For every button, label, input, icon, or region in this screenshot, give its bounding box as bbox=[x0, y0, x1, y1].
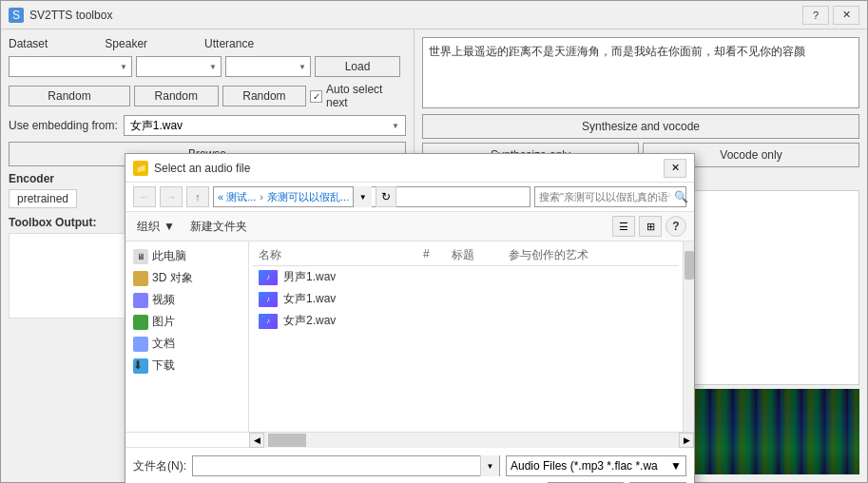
section-headers: Dataset Speaker Utterance bbox=[9, 37, 406, 50]
scroll-track-horizontal bbox=[264, 433, 679, 448]
tree-item-download[interactable]: ⬇ 下载 bbox=[129, 355, 244, 377]
dialog-icon: 📁 bbox=[133, 161, 148, 176]
auto-select-checkbox[interactable] bbox=[310, 90, 322, 103]
file-name-1: 男声1.wav bbox=[283, 269, 673, 285]
dialog-help-button[interactable]: ? bbox=[665, 216, 686, 237]
tree-label-dl: 下载 bbox=[152, 357, 175, 374]
embedding-dropdown[interactable]: 女声1.wav ▼ bbox=[124, 115, 406, 136]
up-button[interactable]: ↑ bbox=[186, 186, 209, 207]
auto-select-check[interactable]: Auto select next bbox=[310, 83, 406, 109]
col-name-header: 名称 bbox=[259, 247, 423, 263]
tree-label-img: 图片 bbox=[152, 314, 175, 330]
auto-select-label: Auto select next bbox=[326, 83, 406, 109]
folder-dl-icon: ⬇ bbox=[133, 358, 148, 374]
forward-button[interactable]: → bbox=[160, 186, 183, 207]
synthesize-and-vocode-button[interactable]: Synthesize and vocode bbox=[422, 114, 859, 139]
speaker-dropdown[interactable]: ▼ bbox=[136, 56, 222, 77]
pc-icon: 🖥 bbox=[133, 249, 148, 264]
title-bar-controls: ? ✕ bbox=[802, 6, 859, 25]
main-window: S SV2TTS toolbox ? ✕ Dataset Speaker Utt… bbox=[0, 0, 868, 483]
search-icon: 🔍 bbox=[674, 190, 688, 203]
pretrained-badge: pretrained bbox=[9, 189, 77, 208]
random-speaker-button[interactable]: Random bbox=[134, 86, 219, 106]
tree-label-vid: 视频 bbox=[152, 292, 175, 308]
utterance-label: Utterance bbox=[204, 37, 254, 50]
filename-label: 文件名(N): bbox=[133, 458, 186, 474]
file-item-3[interactable]: 女声2.wav bbox=[253, 310, 679, 332]
scroll-left-button[interactable]: ◀ bbox=[249, 433, 264, 448]
icon-view-button[interactable]: ⊞ bbox=[639, 216, 662, 237]
path-root[interactable]: « 测试... bbox=[218, 190, 256, 204]
col-hash-header: # bbox=[423, 247, 452, 263]
tree-item-3d[interactable]: 3D 对象 bbox=[129, 267, 244, 289]
tree-item-doc[interactable]: 文档 bbox=[129, 333, 244, 355]
tree-item-image[interactable]: 图片 bbox=[129, 311, 244, 333]
scroll-right-button[interactable]: ▶ bbox=[679, 433, 694, 448]
search-bar: 🔍 bbox=[534, 186, 686, 207]
dialog-toolbar: ← → ↑ « 测试... › 亲测可以以假乱... ▼ ↻ 🔍 bbox=[125, 183, 694, 212]
synth-row: Synthesize and vocode bbox=[422, 114, 859, 139]
col-title-header: 标题 bbox=[452, 247, 509, 263]
load-button[interactable]: Load bbox=[315, 56, 400, 77]
scroll-thumb bbox=[685, 251, 694, 280]
close-button[interactable]: ✕ bbox=[833, 6, 859, 25]
filename-input[interactable] bbox=[193, 459, 480, 473]
folder-doc-icon bbox=[133, 337, 148, 352]
utterance-dropdown[interactable]: ▼ bbox=[225, 56, 311, 77]
refresh-button[interactable]: ↻ bbox=[376, 186, 396, 207]
tree-item-pc[interactable]: 🖥 此电脑 bbox=[129, 245, 244, 267]
filename-row: 文件名(N): ▼ Audio Files (*.mp3 *.flac *.wa… bbox=[133, 455, 686, 476]
path-child[interactable]: 亲测可以以假乱... bbox=[267, 190, 349, 204]
filename-input-wrap: ▼ bbox=[192, 455, 500, 476]
tree-label-pc: 此电脑 bbox=[152, 248, 186, 264]
col-artist-header: 参与创作的艺术 bbox=[509, 247, 673, 263]
embedding-value: 女声1.wav bbox=[130, 118, 183, 134]
dropdowns-row: ▼ ▼ ▼ Load bbox=[9, 56, 406, 77]
file-item-1[interactable]: 男声1.wav bbox=[253, 266, 679, 288]
random-utterance-button[interactable]: Random bbox=[222, 86, 307, 106]
speaker-label: Speaker bbox=[105, 37, 147, 50]
organize-arrow: ▼ bbox=[164, 220, 175, 233]
filetype-label: Audio Files (*.mp3 *.flac *.wa bbox=[511, 459, 658, 473]
title-bar: S SV2TTS toolbox ? ✕ bbox=[1, 1, 867, 29]
organize-label: 组织 bbox=[137, 219, 160, 235]
filename-dropdown-arrow[interactable]: ▼ bbox=[480, 455, 499, 476]
audio-file-icon-1 bbox=[259, 270, 278, 285]
tree-label-3d: 3D 对象 bbox=[152, 270, 193, 286]
help-button[interactable]: ? bbox=[802, 6, 829, 25]
file-item-2[interactable]: 女声1.wav bbox=[253, 288, 679, 310]
file-header: 名称 # 标题 参与创作的艺术 bbox=[253, 245, 679, 266]
app-icon: S bbox=[9, 8, 24, 23]
dialog-title-bar: 📁 Select an audio file ✕ bbox=[125, 154, 694, 183]
file-dialog: 📁 Select an audio file ✕ ← → ↑ « 测试... ›… bbox=[125, 153, 695, 483]
folder-img-icon bbox=[133, 315, 148, 330]
filetype-arrow: ▼ bbox=[670, 459, 682, 473]
list-view-button[interactable]: ☰ bbox=[612, 216, 635, 237]
text-input[interactable]: 世界上最遥远的距离不是天涯海角，而是我站在你面前，却看不见你的容颜 bbox=[422, 37, 859, 108]
back-button[interactable]: ← bbox=[133, 186, 156, 207]
tree-label-doc: 文档 bbox=[152, 336, 175, 352]
file-name-3: 女声2.wav bbox=[283, 313, 673, 329]
new-folder-button[interactable]: 新建文件夹 bbox=[186, 217, 251, 237]
dialog-close-button[interactable]: ✕ bbox=[664, 159, 686, 178]
view-controls: ☰ ⊞ ? bbox=[612, 216, 686, 237]
dataset-dropdown[interactable]: ▼ bbox=[9, 56, 132, 77]
folder-vid-icon bbox=[133, 293, 148, 308]
random-dataset-button[interactable]: Random bbox=[9, 86, 130, 106]
embedding-label: Use embedding from: bbox=[9, 119, 118, 132]
dialog-toolbar2: 组织 ▼ 新建文件夹 ☰ ⊞ ? bbox=[125, 212, 694, 242]
file-list-scrollbar[interactable] bbox=[683, 242, 694, 432]
path-dropdown-button[interactable]: ▼ bbox=[353, 186, 372, 207]
filetype-dropdown[interactable]: Audio Files (*.mp3 *.flac *.wa ▼ bbox=[506, 455, 686, 476]
sidebar-tree: 🖥 此电脑 3D 对象 视频 图片 文档 bbox=[125, 242, 249, 432]
folder-3d-icon bbox=[133, 271, 148, 286]
path-bar: « 测试... › 亲测可以以假乱... ▼ ↻ bbox=[213, 186, 530, 207]
file-name-2: 女声1.wav bbox=[283, 291, 673, 307]
scroll-thumb-horizontal bbox=[268, 434, 306, 447]
embedding-row: Use embedding from: 女声1.wav ▼ bbox=[9, 115, 406, 136]
horizontal-scroll-area: ◀ ▶ bbox=[125, 432, 694, 447]
tree-item-video[interactable]: 视频 bbox=[129, 289, 244, 311]
audio-file-icon-3 bbox=[259, 314, 278, 329]
search-input[interactable] bbox=[539, 191, 670, 203]
organize-button[interactable]: 组织 ▼ bbox=[133, 217, 179, 237]
